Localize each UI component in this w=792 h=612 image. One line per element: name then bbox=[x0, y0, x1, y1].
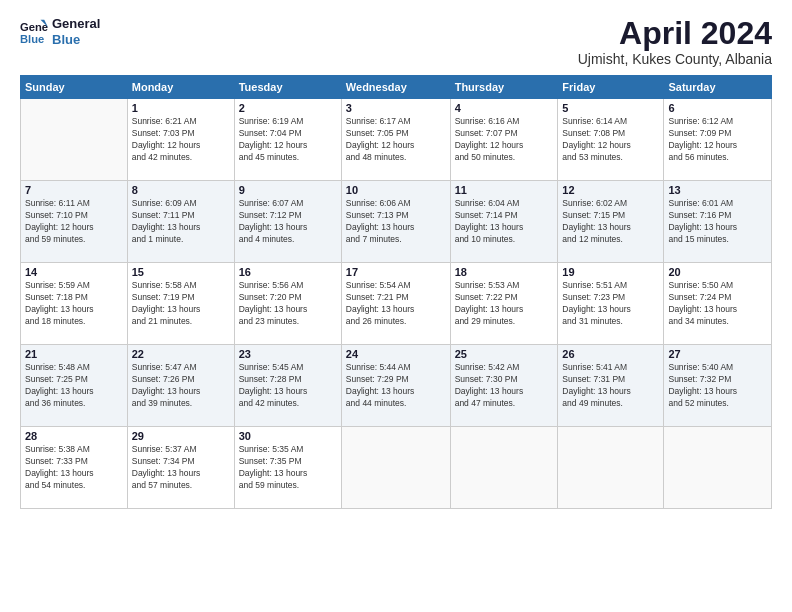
logo-general: General bbox=[52, 16, 100, 32]
day-number: 11 bbox=[455, 184, 554, 196]
cell-info: Sunrise: 6:01 AMSunset: 7:16 PMDaylight:… bbox=[668, 198, 767, 246]
calendar-week-1: 1Sunrise: 6:21 AMSunset: 7:03 PMDaylight… bbox=[21, 99, 772, 181]
day-number: 16 bbox=[239, 266, 337, 278]
calendar-cell bbox=[21, 99, 128, 181]
cell-info: Sunrise: 6:04 AMSunset: 7:14 PMDaylight:… bbox=[455, 198, 554, 246]
day-number: 24 bbox=[346, 348, 446, 360]
cell-info: Sunrise: 5:42 AMSunset: 7:30 PMDaylight:… bbox=[455, 362, 554, 410]
day-number: 3 bbox=[346, 102, 446, 114]
calendar-cell: 5Sunrise: 6:14 AMSunset: 7:08 PMDaylight… bbox=[558, 99, 664, 181]
day-number: 4 bbox=[455, 102, 554, 114]
calendar-cell: 12Sunrise: 6:02 AMSunset: 7:15 PMDayligh… bbox=[558, 181, 664, 263]
location: Ujmisht, Kukes County, Albania bbox=[578, 51, 772, 67]
calendar-cell: 27Sunrise: 5:40 AMSunset: 7:32 PMDayligh… bbox=[664, 345, 772, 427]
cell-info: Sunrise: 5:48 AMSunset: 7:25 PMDaylight:… bbox=[25, 362, 123, 410]
calendar-cell: 17Sunrise: 5:54 AMSunset: 7:21 PMDayligh… bbox=[341, 263, 450, 345]
cell-info: Sunrise: 5:54 AMSunset: 7:21 PMDaylight:… bbox=[346, 280, 446, 328]
weekday-header-row: SundayMondayTuesdayWednesdayThursdayFrid… bbox=[21, 76, 772, 99]
weekday-header-saturday: Saturday bbox=[664, 76, 772, 99]
calendar-cell: 13Sunrise: 6:01 AMSunset: 7:16 PMDayligh… bbox=[664, 181, 772, 263]
calendar-cell: 30Sunrise: 5:35 AMSunset: 7:35 PMDayligh… bbox=[234, 427, 341, 509]
calendar-cell bbox=[558, 427, 664, 509]
day-number: 1 bbox=[132, 102, 230, 114]
day-number: 13 bbox=[668, 184, 767, 196]
day-number: 25 bbox=[455, 348, 554, 360]
calendar-cell: 11Sunrise: 6:04 AMSunset: 7:14 PMDayligh… bbox=[450, 181, 558, 263]
logo-icon: General Blue bbox=[20, 18, 48, 46]
cell-info: Sunrise: 6:17 AMSunset: 7:05 PMDaylight:… bbox=[346, 116, 446, 164]
day-number: 30 bbox=[239, 430, 337, 442]
day-number: 6 bbox=[668, 102, 767, 114]
calendar-cell bbox=[664, 427, 772, 509]
cell-info: Sunrise: 6:19 AMSunset: 7:04 PMDaylight:… bbox=[239, 116, 337, 164]
calendar-cell: 22Sunrise: 5:47 AMSunset: 7:26 PMDayligh… bbox=[127, 345, 234, 427]
day-number: 26 bbox=[562, 348, 659, 360]
cell-info: Sunrise: 6:14 AMSunset: 7:08 PMDaylight:… bbox=[562, 116, 659, 164]
calendar-cell: 29Sunrise: 5:37 AMSunset: 7:34 PMDayligh… bbox=[127, 427, 234, 509]
calendar-cell: 24Sunrise: 5:44 AMSunset: 7:29 PMDayligh… bbox=[341, 345, 450, 427]
weekday-header-sunday: Sunday bbox=[21, 76, 128, 99]
calendar-cell: 23Sunrise: 5:45 AMSunset: 7:28 PMDayligh… bbox=[234, 345, 341, 427]
calendar-cell: 15Sunrise: 5:58 AMSunset: 7:19 PMDayligh… bbox=[127, 263, 234, 345]
calendar-cell: 20Sunrise: 5:50 AMSunset: 7:24 PMDayligh… bbox=[664, 263, 772, 345]
calendar-cell: 9Sunrise: 6:07 AMSunset: 7:12 PMDaylight… bbox=[234, 181, 341, 263]
logo: General Blue General Blue bbox=[20, 16, 100, 47]
weekday-header-tuesday: Tuesday bbox=[234, 76, 341, 99]
day-number: 17 bbox=[346, 266, 446, 278]
weekday-header-thursday: Thursday bbox=[450, 76, 558, 99]
day-number: 27 bbox=[668, 348, 767, 360]
day-number: 18 bbox=[455, 266, 554, 278]
calendar-week-4: 21Sunrise: 5:48 AMSunset: 7:25 PMDayligh… bbox=[21, 345, 772, 427]
day-number: 5 bbox=[562, 102, 659, 114]
calendar-cell: 18Sunrise: 5:53 AMSunset: 7:22 PMDayligh… bbox=[450, 263, 558, 345]
cell-info: Sunrise: 5:44 AMSunset: 7:29 PMDaylight:… bbox=[346, 362, 446, 410]
day-number: 7 bbox=[25, 184, 123, 196]
day-number: 10 bbox=[346, 184, 446, 196]
calendar-cell: 26Sunrise: 5:41 AMSunset: 7:31 PMDayligh… bbox=[558, 345, 664, 427]
calendar-table: SundayMondayTuesdayWednesdayThursdayFrid… bbox=[20, 75, 772, 509]
cell-info: Sunrise: 6:09 AMSunset: 7:11 PMDaylight:… bbox=[132, 198, 230, 246]
calendar-cell: 10Sunrise: 6:06 AMSunset: 7:13 PMDayligh… bbox=[341, 181, 450, 263]
month-title: April 2024 bbox=[578, 16, 772, 51]
calendar-week-5: 28Sunrise: 5:38 AMSunset: 7:33 PMDayligh… bbox=[21, 427, 772, 509]
calendar-week-3: 14Sunrise: 5:59 AMSunset: 7:18 PMDayligh… bbox=[21, 263, 772, 345]
day-number: 12 bbox=[562, 184, 659, 196]
weekday-header-monday: Monday bbox=[127, 76, 234, 99]
day-number: 28 bbox=[25, 430, 123, 442]
calendar-cell bbox=[341, 427, 450, 509]
page: General Blue General Blue April 2024 Ujm… bbox=[0, 0, 792, 612]
calendar-cell: 3Sunrise: 6:17 AMSunset: 7:05 PMDaylight… bbox=[341, 99, 450, 181]
cell-info: Sunrise: 5:35 AMSunset: 7:35 PMDaylight:… bbox=[239, 444, 337, 492]
cell-info: Sunrise: 5:56 AMSunset: 7:20 PMDaylight:… bbox=[239, 280, 337, 328]
cell-info: Sunrise: 6:11 AMSunset: 7:10 PMDaylight:… bbox=[25, 198, 123, 246]
calendar-cell: 8Sunrise: 6:09 AMSunset: 7:11 PMDaylight… bbox=[127, 181, 234, 263]
calendar-cell: 6Sunrise: 6:12 AMSunset: 7:09 PMDaylight… bbox=[664, 99, 772, 181]
calendar-week-2: 7Sunrise: 6:11 AMSunset: 7:10 PMDaylight… bbox=[21, 181, 772, 263]
calendar-cell: 7Sunrise: 6:11 AMSunset: 7:10 PMDaylight… bbox=[21, 181, 128, 263]
cell-info: Sunrise: 5:45 AMSunset: 7:28 PMDaylight:… bbox=[239, 362, 337, 410]
day-number: 8 bbox=[132, 184, 230, 196]
calendar-cell: 28Sunrise: 5:38 AMSunset: 7:33 PMDayligh… bbox=[21, 427, 128, 509]
day-number: 29 bbox=[132, 430, 230, 442]
cell-info: Sunrise: 6:12 AMSunset: 7:09 PMDaylight:… bbox=[668, 116, 767, 164]
cell-info: Sunrise: 6:21 AMSunset: 7:03 PMDaylight:… bbox=[132, 116, 230, 164]
cell-info: Sunrise: 5:41 AMSunset: 7:31 PMDaylight:… bbox=[562, 362, 659, 410]
weekday-header-friday: Friday bbox=[558, 76, 664, 99]
day-number: 22 bbox=[132, 348, 230, 360]
cell-info: Sunrise: 5:38 AMSunset: 7:33 PMDaylight:… bbox=[25, 444, 123, 492]
calendar-cell: 14Sunrise: 5:59 AMSunset: 7:18 PMDayligh… bbox=[21, 263, 128, 345]
cell-info: Sunrise: 6:06 AMSunset: 7:13 PMDaylight:… bbox=[346, 198, 446, 246]
cell-info: Sunrise: 6:07 AMSunset: 7:12 PMDaylight:… bbox=[239, 198, 337, 246]
cell-info: Sunrise: 5:40 AMSunset: 7:32 PMDaylight:… bbox=[668, 362, 767, 410]
day-number: 20 bbox=[668, 266, 767, 278]
day-number: 2 bbox=[239, 102, 337, 114]
calendar-cell: 25Sunrise: 5:42 AMSunset: 7:30 PMDayligh… bbox=[450, 345, 558, 427]
calendar-cell: 19Sunrise: 5:51 AMSunset: 7:23 PMDayligh… bbox=[558, 263, 664, 345]
calendar-cell: 1Sunrise: 6:21 AMSunset: 7:03 PMDaylight… bbox=[127, 99, 234, 181]
title-block: April 2024 Ujmisht, Kukes County, Albani… bbox=[578, 16, 772, 67]
cell-info: Sunrise: 5:37 AMSunset: 7:34 PMDaylight:… bbox=[132, 444, 230, 492]
day-number: 15 bbox=[132, 266, 230, 278]
cell-info: Sunrise: 5:47 AMSunset: 7:26 PMDaylight:… bbox=[132, 362, 230, 410]
day-number: 14 bbox=[25, 266, 123, 278]
calendar-cell: 16Sunrise: 5:56 AMSunset: 7:20 PMDayligh… bbox=[234, 263, 341, 345]
